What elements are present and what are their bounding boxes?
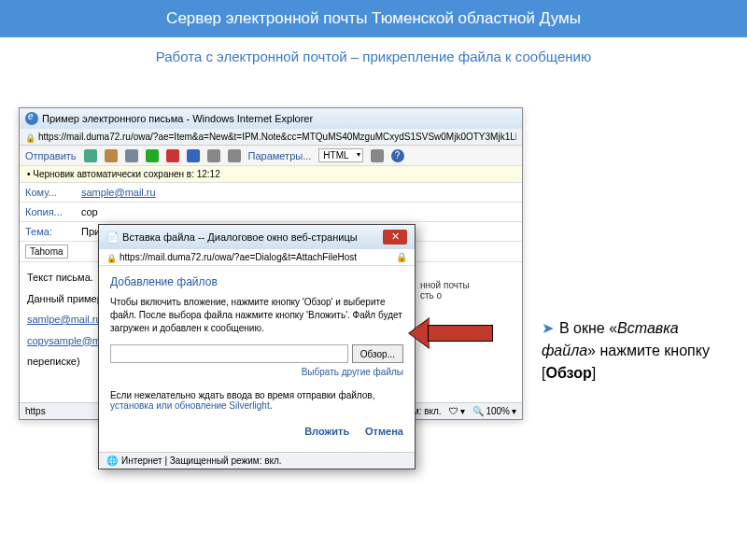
security-icon: 🔒 <box>396 252 407 262</box>
silverlight-link[interactable]: установка или обновление Silverlight <box>110 400 270 411</box>
attach-icon[interactable] <box>105 149 118 162</box>
file-path-input[interactable] <box>110 344 348 363</box>
subject-label: Тема: <box>20 222 76 241</box>
help-icon[interactable]: ? <box>391 149 404 162</box>
status-protocol: https <box>25 406 46 416</box>
dialog-title: Вставка файла -- Диалоговое окно веб-стр… <box>122 231 358 243</box>
compose-toolbar: Отправить Параметры... HTML ? <box>20 146 522 166</box>
window-titlebar: Пример электронного письма - Windows Int… <box>20 108 522 129</box>
signature-icon[interactable] <box>207 149 220 162</box>
dialog-instruction: Чтобы включить вложение, нажмите кнопку … <box>110 296 403 335</box>
lock-icon <box>106 253 116 262</box>
check-names-icon[interactable] <box>146 149 159 162</box>
zoom-control[interactable]: 🔍 100% ▾ <box>472 406 516 416</box>
attach-button[interactable]: Вложить <box>304 426 349 437</box>
window-title: Пример электронного письма - Windows Int… <box>42 113 313 124</box>
lock-icon <box>25 133 35 142</box>
address-book-icon[interactable] <box>125 149 138 162</box>
to-label[interactable]: Кому... <box>20 183 76 202</box>
ie-icon <box>25 112 38 125</box>
cancel-button[interactable]: Отмена <box>365 426 403 437</box>
page-subheader: Работа с электронной почтой – прикреплен… <box>0 37 747 76</box>
dialog-heading: Добавление файлов <box>110 275 403 288</box>
format-dropdown[interactable]: HTML <box>318 148 362 162</box>
dialog-status-bar: Интернет | Защищенный режим: вкл. <box>99 452 415 469</box>
send-button[interactable]: Отправить <box>25 150 77 161</box>
url-text: https://mail.duma72.ru/owa/?ae=Item&a=Ne… <box>38 132 516 142</box>
page-header: Сервер электронной почты Тюменской облас… <box>0 0 747 37</box>
importance-high-icon[interactable] <box>166 149 179 162</box>
globe-icon <box>106 455 118 466</box>
dialog-address: https://mail.duma72.ru/owa/?ae=Dialog&t=… <box>99 249 415 266</box>
callout-arrow <box>409 323 493 343</box>
draft-saved-notice: • Черновик автоматически сохранен в: 12:… <box>20 166 522 183</box>
save-icon[interactable] <box>84 149 97 162</box>
options-icon[interactable] <box>371 149 384 162</box>
params-button[interactable]: Параметры... <box>248 150 312 161</box>
dialog-status-text: Интернет | Защищенный режим: вкл. <box>121 455 282 466</box>
cc-label[interactable]: Копия... <box>20 203 76 221</box>
select-more-files-link[interactable]: Выбрать другие файлы <box>302 367 403 377</box>
importance-low-icon[interactable] <box>187 149 200 162</box>
dialog-url: https://mail.duma72.ru/owa/?ae=Dialog&t=… <box>120 252 357 262</box>
instruction-callout: ➤В окне «Вставка файла» нажмите кнопку [… <box>542 317 728 385</box>
dialog-titlebar: 📄 Вставка файла -- Диалоговое окно веб-с… <box>99 225 415 249</box>
font-select[interactable]: Tahoma <box>25 245 68 259</box>
attach-file-dialog: 📄 Вставка файла -- Диалоговое окно веб-с… <box>98 224 416 469</box>
cc-value[interactable]: cop <box>76 203 522 221</box>
silverlight-note: Если нежелательно ждать ввода во время о… <box>110 390 403 411</box>
page-icon: 📄 <box>106 231 120 243</box>
address-bar[interactable]: https://mail.duma72.ru/owa/?ae=Item&a=Ne… <box>20 129 522 146</box>
bullet-icon: ➤ <box>542 320 554 336</box>
protected-mode-icon[interactable]: 🛡 ▾ <box>449 406 466 416</box>
browse-button[interactable]: Обзор... <box>352 344 403 363</box>
close-button[interactable]: ✕ <box>383 230 407 245</box>
flag-icon[interactable] <box>228 149 241 162</box>
to-value[interactable]: sample@mail.ru <box>81 187 156 198</box>
obscured-text: нной почты сть о <box>420 280 470 301</box>
